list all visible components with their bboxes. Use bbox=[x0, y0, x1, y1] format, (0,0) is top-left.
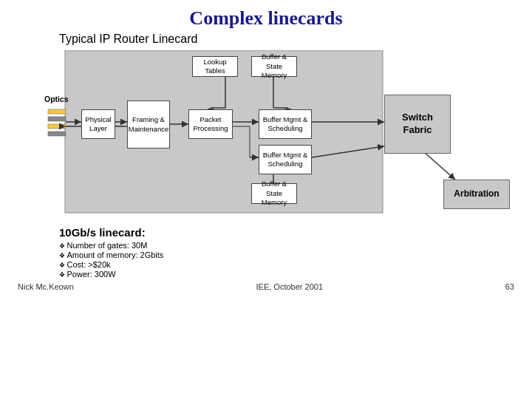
info-item-4: Power: 300W bbox=[59, 270, 517, 279]
buffer-mgmt-top-box: Buffer Mgmt & Scheduling bbox=[259, 109, 312, 139]
arbitration-box: Arbitration bbox=[443, 180, 510, 209]
footer-author: Nick Mc.Keown bbox=[18, 282, 74, 291]
info-item-1: Number of gates: 30M bbox=[59, 241, 517, 250]
packet-processing-box: Packet Processing bbox=[188, 109, 233, 139]
buffer-mgmt-bot-box: Buffer Mgmt & Scheduling bbox=[259, 145, 312, 174]
info-title: 10Gb/s linecard: bbox=[59, 226, 517, 239]
optics-label: Optics bbox=[44, 95, 69, 103]
lookup-tables-box: Lookup Tables bbox=[192, 56, 238, 77]
info-section: 10Gb/s linecard: Number of gates: 30M Am… bbox=[59, 226, 517, 279]
svg-line-21 bbox=[312, 146, 384, 157]
footer-page: 63 bbox=[505, 282, 514, 291]
switch-fabric-box: Switch Fabric bbox=[384, 95, 451, 154]
framing-maintenance-box: Framing & Maintenance bbox=[127, 100, 170, 149]
svg-rect-2 bbox=[48, 117, 66, 121]
physical-layer-box: Physical Layer bbox=[81, 109, 115, 139]
svg-rect-3 bbox=[48, 124, 66, 129]
svg-rect-1 bbox=[48, 109, 66, 114]
svg-rect-4 bbox=[48, 132, 66, 136]
subtitle: Typical IP Router Linecard bbox=[59, 33, 517, 46]
page-title: Complex linecards bbox=[15, 7, 517, 30]
footer-date: IEE, October 2001 bbox=[256, 282, 324, 291]
info-item-2: Amount of memory: 2Gbits bbox=[59, 250, 517, 259]
buffer-state-memory-bot-box: Buffer & State Memory bbox=[251, 183, 297, 204]
info-item-3: Cost: >$20k bbox=[59, 260, 517, 269]
buffer-state-memory-top-box: Buffer & State Memory bbox=[251, 56, 297, 77]
diagram-area: Optics Physical Layer Framing & Maintena… bbox=[44, 50, 532, 220]
footer: Nick Mc.Keown IEE, October 2001 63 bbox=[15, 282, 517, 291]
info-list: Number of gates: 30M Amount of memory: 2… bbox=[59, 241, 517, 279]
